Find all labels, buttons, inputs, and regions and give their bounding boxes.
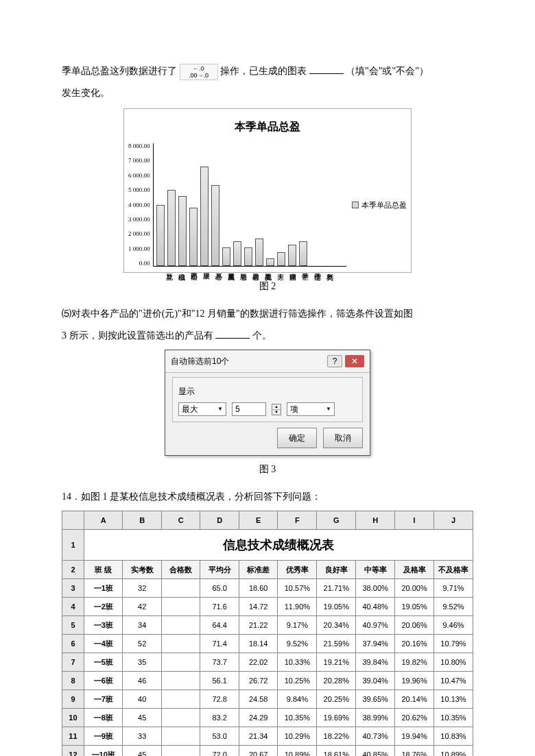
cell[interactable]: 19.05%: [395, 598, 434, 616]
table-header-cell[interactable]: 实考数: [123, 561, 162, 579]
cell[interactable]: 20.28%: [317, 672, 356, 690]
cell[interactable]: 10.25%: [278, 672, 317, 690]
cell[interactable]: [161, 616, 200, 635]
col-H[interactable]: H: [356, 511, 395, 530]
cell[interactable]: 20.34%: [317, 616, 356, 635]
cell[interactable]: 40: [123, 690, 162, 709]
cell[interactable]: 9.52%: [278, 635, 317, 653]
row-4[interactable]: 4: [62, 598, 84, 616]
row-5[interactable]: 5: [62, 616, 84, 635]
cell[interactable]: 52: [123, 635, 162, 653]
cell[interactable]: 34: [123, 616, 162, 635]
cell[interactable]: 19.82%: [395, 653, 434, 672]
cell[interactable]: 9.71%: [434, 579, 473, 598]
cell[interactable]: 20.14%: [395, 690, 434, 709]
cell[interactable]: 53.0: [200, 727, 239, 746]
cell[interactable]: 71.4: [200, 635, 239, 653]
cell[interactable]: 21.34: [239, 727, 278, 746]
cell[interactable]: 9.17%: [278, 616, 317, 635]
merged-title-cell[interactable]: 信息技术成绩概况表: [84, 530, 473, 561]
cell[interactable]: 38.00%: [356, 579, 395, 598]
help-button[interactable]: ?: [327, 355, 342, 367]
cell[interactable]: 24.29: [239, 709, 278, 727]
row-3[interactable]: 3: [62, 579, 84, 598]
table-header-cell[interactable]: 标准差: [239, 561, 278, 579]
row-2[interactable]: 2: [62, 561, 84, 579]
cell[interactable]: 40.48%: [356, 598, 395, 616]
cell[interactable]: 一2班: [84, 598, 123, 616]
cell[interactable]: 20.67: [239, 746, 278, 757]
cell[interactable]: 20.62%: [395, 709, 434, 727]
cell[interactable]: 9.46%: [434, 616, 473, 635]
col-D[interactable]: D: [200, 511, 239, 530]
cell[interactable]: 10.35%: [434, 709, 473, 727]
cell[interactable]: 21.22: [239, 616, 278, 635]
spinner[interactable]: ▲▼: [272, 404, 281, 415]
col-B[interactable]: B: [123, 511, 162, 530]
cell[interactable]: 65.0: [200, 579, 239, 598]
row-11[interactable]: 11: [62, 727, 84, 746]
cell[interactable]: 33: [123, 727, 162, 746]
cell[interactable]: 20.06%: [395, 616, 434, 635]
cell[interactable]: 83.2: [200, 709, 239, 727]
cell[interactable]: 10.80%: [434, 653, 473, 672]
cell[interactable]: 一4班: [84, 635, 123, 653]
cell[interactable]: 19.96%: [395, 672, 434, 690]
cell[interactable]: 10.29%: [278, 727, 317, 746]
cell[interactable]: 64.4: [200, 616, 239, 635]
cell[interactable]: 10.89%: [278, 746, 317, 757]
cell[interactable]: 73.7: [200, 653, 239, 672]
cell[interactable]: 40.85%: [356, 746, 395, 757]
cell[interactable]: [161, 598, 200, 616]
cell[interactable]: 18.22%: [317, 727, 356, 746]
cell[interactable]: 10.79%: [434, 635, 473, 653]
cell[interactable]: 39.04%: [356, 672, 395, 690]
row-10[interactable]: 10: [62, 709, 84, 727]
cell[interactable]: 26.72: [239, 672, 278, 690]
row-8[interactable]: 8: [62, 672, 84, 690]
cell[interactable]: 24.58: [239, 690, 278, 709]
cell[interactable]: 14.72: [239, 598, 278, 616]
blank-fill[interactable]: [215, 327, 250, 339]
col-J[interactable]: J: [434, 511, 473, 530]
cell[interactable]: 40.73%: [356, 727, 395, 746]
close-button[interactable]: ✕: [345, 355, 364, 367]
criteria-select[interactable]: 最大▼: [178, 402, 226, 416]
cancel-button[interactable]: 取消: [323, 428, 363, 448]
cell[interactable]: 21.71%: [317, 579, 356, 598]
table-header-cell[interactable]: 平均分: [200, 561, 239, 579]
cell[interactable]: 72.0: [200, 746, 239, 757]
cell[interactable]: 19.21%: [317, 653, 356, 672]
cell[interactable]: 10.57%: [278, 579, 317, 598]
cell[interactable]: 40.97%: [356, 616, 395, 635]
ok-button[interactable]: 确定: [277, 428, 317, 448]
cell[interactable]: 19.05%: [317, 598, 356, 616]
cell[interactable]: 46: [123, 672, 162, 690]
table-header-cell[interactable]: 优秀率: [278, 561, 317, 579]
cell[interactable]: 71.6: [200, 598, 239, 616]
cell[interactable]: 一7班: [84, 690, 123, 709]
cell[interactable]: 10.83%: [434, 727, 473, 746]
blank-fill[interactable]: [309, 62, 344, 74]
cell[interactable]: [161, 579, 200, 598]
cell[interactable]: 18.60: [239, 579, 278, 598]
cell[interactable]: 21.59%: [317, 635, 356, 653]
cell[interactable]: 一1班: [84, 579, 123, 598]
table-header-cell[interactable]: 良好率: [317, 561, 356, 579]
cell[interactable]: 37.94%: [356, 635, 395, 653]
col-G[interactable]: G: [317, 511, 356, 530]
cell[interactable]: 一9班: [84, 727, 123, 746]
cell[interactable]: 19.69%: [317, 709, 356, 727]
cell[interactable]: [161, 709, 200, 727]
cell[interactable]: 32: [123, 579, 162, 598]
cell[interactable]: 42: [123, 598, 162, 616]
table-header-cell[interactable]: 合格数: [161, 561, 200, 579]
row-12[interactable]: 12: [62, 746, 84, 757]
cell[interactable]: 20.16%: [395, 635, 434, 653]
cell[interactable]: 18.61%: [317, 746, 356, 757]
cell[interactable]: 39.65%: [356, 690, 395, 709]
cell[interactable]: [161, 727, 200, 746]
cell[interactable]: 18.76%: [395, 746, 434, 757]
row-7[interactable]: 7: [62, 653, 84, 672]
cell[interactable]: 38.99%: [356, 709, 395, 727]
